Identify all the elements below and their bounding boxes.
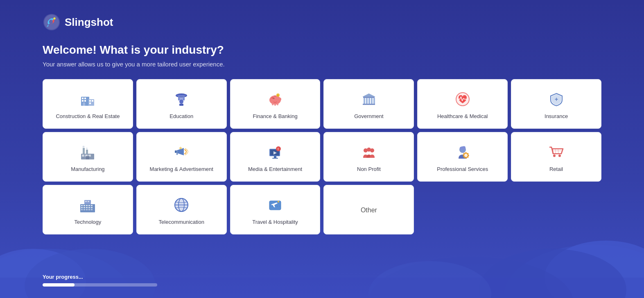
svg-text:!: ! [278, 147, 279, 151]
industry-label-retail: Retail [549, 166, 563, 173]
svg-rect-47 [363, 104, 375, 105]
svg-rect-13 [82, 98, 84, 99]
svg-point-33 [273, 98, 275, 99]
svg-rect-99 [88, 209, 90, 210]
industry-card-insurance[interactable]: + Insurance [511, 79, 601, 129]
industry-card-media[interactable]: ! Media & Entertainment [230, 132, 321, 182]
industry-label-healthcare: Healthcare & Medical [437, 113, 488, 120]
industry-label-manufacturing: Manufacturing [71, 166, 104, 173]
page-wrapper: Slingshot Welcome! What is your industry… [0, 0, 644, 298]
svg-rect-95 [91, 207, 93, 208]
svg-rect-14 [84, 98, 86, 99]
svg-rect-59 [86, 156, 89, 159]
svg-point-72 [370, 148, 374, 152]
svg-point-76 [461, 148, 465, 150]
people-icon [359, 142, 379, 162]
industry-card-technology[interactable]: Technology [43, 185, 133, 234]
industry-card-telecom[interactable]: Telecommunication [136, 185, 227, 234]
svg-rect-89 [88, 205, 90, 206]
progress-label: Your progress... [43, 274, 157, 280]
svg-rect-29 [179, 104, 183, 106]
svg-line-83 [558, 149, 558, 154]
svg-rect-19 [89, 100, 91, 102]
svg-rect-34 [274, 96, 276, 96]
svg-rect-60 [175, 150, 176, 153]
svg-point-5 [479, 249, 626, 298]
svg-point-81 [558, 155, 561, 157]
industry-label-construction: Construction & Real Estate [56, 113, 120, 120]
logo-text: Slingshot [65, 16, 113, 29]
slingshot-logo-icon [43, 13, 61, 31]
industry-card-finance[interactable]: $ Finance & Banking [230, 79, 321, 129]
svg-rect-52 [86, 150, 88, 154]
progress-bar-fill [43, 283, 75, 287]
svg-rect-16 [84, 100, 86, 102]
svg-text:+: + [555, 96, 558, 102]
media-icon: ! [265, 142, 285, 162]
person-gear-icon [453, 142, 472, 162]
svg-point-28 [179, 100, 183, 104]
industry-card-travel[interactable]: Travel & Hospitality [230, 185, 321, 234]
svg-rect-21 [89, 102, 91, 104]
page-subtitle: Your answer allows us to give you a more… [43, 61, 601, 68]
piggy-icon: $ [265, 89, 285, 109]
svg-rect-45 [371, 98, 373, 104]
industry-card-other[interactable]: Other [323, 185, 414, 234]
industry-label-professional: Professional Services [437, 166, 488, 173]
industry-label-nonprofit: Non Profit [357, 166, 381, 173]
svg-rect-92 [84, 207, 85, 208]
svg-point-6 [368, 257, 573, 298]
graduation-icon [172, 89, 191, 109]
industry-card-retail[interactable]: Retail [511, 132, 601, 182]
svg-rect-42 [364, 98, 365, 104]
svg-point-53 [83, 146, 85, 148]
industry-label-insurance: Insurance [545, 113, 568, 120]
logo-area: Slingshot [43, 13, 601, 31]
plane-icon [265, 195, 285, 215]
svg-rect-98 [86, 209, 88, 210]
institution-icon [359, 89, 379, 109]
svg-rect-103 [88, 201, 89, 202]
industry-card-construction[interactable]: Construction & Real Estate [43, 79, 133, 129]
svg-rect-90 [91, 205, 93, 206]
svg-point-10 [44, 15, 59, 30]
svg-point-11 [54, 18, 56, 20]
svg-rect-41 [363, 97, 375, 98]
svg-point-54 [86, 148, 88, 149]
progress-section: Your progress... [43, 274, 157, 287]
industry-card-manufacturing[interactable]: Manufacturing [43, 132, 133, 182]
svg-marker-40 [362, 93, 375, 97]
industry-card-nonprofit[interactable]: Non Profit [323, 132, 414, 182]
industry-grid: Construction & Real Estate [43, 79, 601, 234]
industry-label-other: Other [361, 206, 377, 215]
svg-rect-94 [88, 207, 90, 208]
industry-label-travel: Travel & Hospitality [252, 219, 298, 226]
industry-card-professional[interactable]: Professional Services [417, 132, 508, 182]
svg-rect-93 [86, 207, 88, 208]
industry-card-government[interactable]: Government [323, 79, 414, 129]
svg-point-7 [368, 261, 491, 298]
svg-point-4 [545, 241, 644, 298]
industry-label-marketing: Marketing & Advertisement [150, 166, 213, 173]
industry-card-healthcare[interactable]: Healthcare & Medical [417, 79, 508, 129]
page-title: Welcome! What is your industry? [43, 43, 601, 57]
industry-label-telecom: Telecommunication [159, 219, 204, 226]
industry-label-education: Education [169, 113, 193, 120]
svg-rect-68 [274, 156, 276, 158]
svg-rect-88 [86, 205, 88, 206]
svg-point-1 [0, 249, 86, 298]
svg-point-78 [464, 154, 468, 157]
svg-point-2 [25, 249, 156, 298]
svg-rect-61 [176, 151, 178, 155]
industry-label-finance: Finance & Banking [253, 113, 298, 120]
svg-rect-15 [82, 100, 84, 102]
svg-rect-36 [274, 104, 276, 106]
svg-rect-46 [373, 98, 375, 104]
svg-rect-37 [277, 103, 278, 105]
industry-card-marketing[interactable]: Marketing & Advertisement [136, 132, 227, 182]
globe-icon [172, 195, 191, 215]
heartbeat-icon [453, 89, 472, 109]
svg-rect-87 [84, 205, 85, 206]
industry-card-education[interactable]: Education [136, 79, 227, 129]
shield-icon: + [547, 89, 566, 109]
